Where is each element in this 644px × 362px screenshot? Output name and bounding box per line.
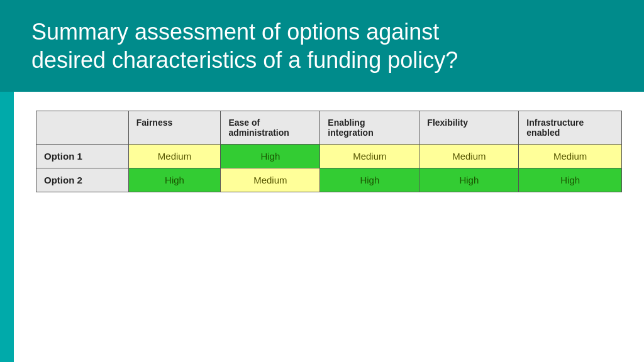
col-header-fairness: Fairness [128,111,221,145]
option1-ease: High [221,145,320,168]
table-row: Option 2 High Medium High High High [36,168,622,192]
col-header-option [36,111,129,145]
option1-flexibility: Medium [419,145,519,168]
option1-infra: Medium [519,145,622,168]
main-content: Fairness Ease of administration Enabling… [14,92,644,362]
option1-fairness: Medium [128,145,221,168]
assessment-table: Fairness Ease of administration Enabling… [36,111,622,192]
option1-label: Option 1 [36,145,129,168]
table-row: Option 1 Medium High Medium Medium Mediu… [36,145,622,168]
col-header-infra: Infrastructure enabled [519,111,622,145]
left-accent-bar [0,92,14,362]
option2-infra: High [519,168,622,192]
option2-label: Option 2 [36,168,129,192]
option1-enabling: Medium [320,145,419,168]
option2-fairness: High [128,168,221,192]
option2-flexibility: High [419,168,519,192]
page-title: Summary assessment of options against de… [31,18,619,74]
table-header-row: Fairness Ease of administration Enabling… [36,111,622,145]
col-header-flexibility: Flexibility [419,111,519,145]
page-header: Summary assessment of options against de… [0,0,644,92]
option2-ease: Medium [221,168,320,192]
option2-enabling: High [320,168,419,192]
col-header-ease: Ease of administration [221,111,320,145]
col-header-enabling: Enabling integration [320,111,419,145]
content-area: Fairness Ease of administration Enabling… [0,92,644,362]
